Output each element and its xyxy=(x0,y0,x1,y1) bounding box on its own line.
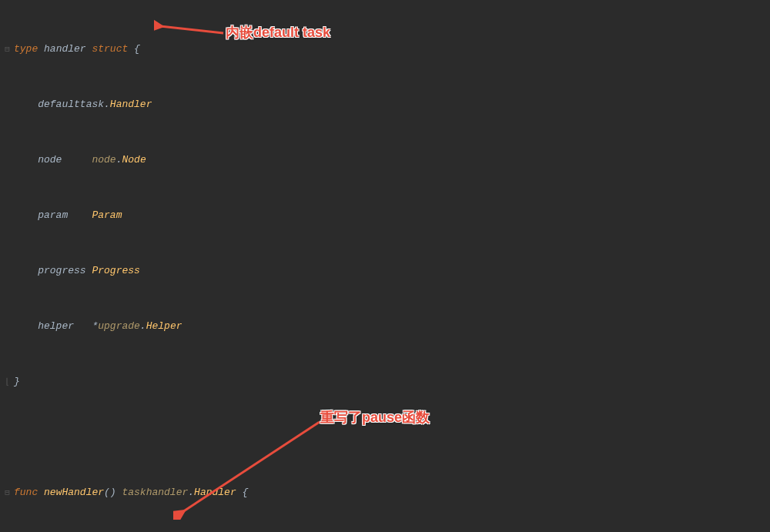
fold-handle-icon[interactable]: ⊟ xyxy=(3,40,12,59)
keyword-struct: struct xyxy=(92,43,128,55)
field-name: progress xyxy=(38,265,85,276)
fold-end-icon: ⌊ xyxy=(3,373,12,391)
field-name: helper xyxy=(38,320,74,332)
code-editor[interactable]: ⊟type handler struct { defaulttask.Handl… xyxy=(0,0,770,532)
brace: { xyxy=(128,43,140,55)
field-name: node xyxy=(38,154,62,166)
field-name: defaulttask xyxy=(38,99,104,110)
func-name: newHandler xyxy=(44,487,104,498)
type-name: handler xyxy=(44,43,86,55)
field-name: param xyxy=(38,209,68,221)
fold-handle-icon[interactable]: ⊟ xyxy=(3,483,12,502)
keyword-type: type xyxy=(14,43,38,55)
type-ref: Handler xyxy=(110,99,152,110)
brace: } xyxy=(14,376,20,387)
